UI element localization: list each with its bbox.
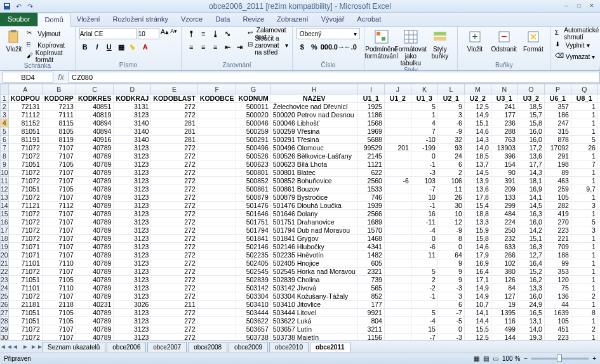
- cell[interactable]: 500291 Třesina: [270, 136, 357, 144]
- cell[interactable]: 3123: [114, 152, 151, 160]
- increase-font-icon[interactable]: A▴: [161, 28, 169, 39]
- cell[interactable]: 502839: [236, 276, 270, 284]
- cell[interactable]: 1568: [357, 119, 384, 127]
- cell[interactable]: 71072: [8, 152, 42, 160]
- cell[interactable]: 500852 Bohuňovice: [270, 177, 357, 185]
- cell[interactable]: [384, 251, 411, 259]
- cell[interactable]: -1: [411, 202, 437, 210]
- cell[interactable]: 16,2: [517, 276, 544, 284]
- cell[interactable]: 209: [491, 185, 517, 193]
- cell[interactable]: 40789: [76, 276, 114, 284]
- cell[interactable]: 40851: [76, 103, 114, 111]
- cell[interactable]: 3123: [114, 292, 151, 301]
- cell[interactable]: [384, 136, 411, 144]
- cell[interactable]: 14,1: [517, 193, 544, 202]
- cell[interactable]: 739: [357, 276, 384, 284]
- cell[interactable]: 3123: [114, 325, 151, 334]
- cell[interactable]: 3123: [114, 309, 151, 317]
- zoom-out-button[interactable]: −: [524, 355, 528, 362]
- sheet-nav-2[interactable]: ►: [20, 343, 30, 350]
- select-all-corner[interactable]: [1, 84, 9, 94]
- cell[interactable]: 503622 Luká: [270, 317, 357, 325]
- cell[interactable]: 16,0: [597, 259, 600, 268]
- sheet-nav-3[interactable]: ►►: [30, 343, 41, 350]
- cell[interactable]: 10,5: [597, 218, 600, 226]
- font-color-button[interactable]: A: [140, 41, 151, 53]
- cell[interactable]: 3140: [114, 119, 151, 127]
- cell[interactable]: [197, 127, 236, 136]
- cell[interactable]: -4: [411, 226, 437, 235]
- cell[interactable]: 502146 Hlubočky: [270, 243, 357, 251]
- cell[interactable]: 99: [544, 259, 571, 268]
- align-bottom-icon[interactable]: ⭳: [210, 28, 221, 39]
- cell[interactable]: 3123: [114, 235, 151, 243]
- cell[interactable]: 272: [151, 152, 198, 160]
- cell[interactable]: 4341: [357, 243, 384, 251]
- cell[interactable]: 12,7: [517, 251, 544, 259]
- format-cells-button[interactable]: Formát: [520, 28, 547, 53]
- cell[interactable]: 223: [544, 226, 571, 235]
- row-header-4[interactable]: 4: [1, 119, 9, 127]
- cell[interactable]: 14,6: [464, 127, 491, 136]
- cell[interactable]: 10: [411, 193, 437, 202]
- cell[interactable]: 353: [544, 268, 571, 276]
- cell[interactable]: 223: [544, 334, 571, 341]
- cell[interactable]: 105: [544, 193, 571, 202]
- cell[interactable]: 127: [491, 292, 517, 301]
- cell[interactable]: 484: [491, 210, 517, 218]
- cell[interactable]: 64: [437, 251, 464, 259]
- cell[interactable]: [384, 218, 411, 226]
- cell[interactable]: 71072: [8, 226, 42, 235]
- cell[interactable]: 10,0: [597, 268, 600, 276]
- align-middle-icon[interactable]: ≡: [197, 28, 209, 39]
- view-layout-icon[interactable]: ▤: [483, 355, 489, 362]
- cell[interactable]: 40789: [76, 235, 114, 243]
- cell[interactable]: 3123: [114, 259, 151, 268]
- cell[interactable]: 211: [151, 301, 198, 309]
- cell[interactable]: 315: [544, 127, 571, 136]
- cell[interactable]: 40789: [76, 218, 114, 226]
- cell[interactable]: 5,2: [597, 292, 600, 301]
- cell[interactable]: 5: [411, 309, 437, 317]
- cell[interactable]: 16,3: [517, 210, 544, 218]
- cell[interactable]: 14,1: [464, 309, 491, 317]
- cell[interactable]: 2: [437, 169, 464, 177]
- cell[interactable]: 40789: [76, 160, 114, 169]
- cell[interactable]: [197, 251, 236, 259]
- header-cell[interactable]: U1_2: [384, 94, 411, 103]
- cell[interactable]: 501841 Grygov: [270, 235, 357, 243]
- cell[interactable]: 419: [544, 210, 571, 218]
- cell[interactable]: 3123: [114, 169, 151, 177]
- cell[interactable]: 71072: [8, 218, 42, 226]
- cell[interactable]: 503304 Kožušany-Tážaly: [270, 292, 357, 301]
- cell[interactable]: 3123: [114, 317, 151, 325]
- font-size-combo[interactable]: [138, 28, 159, 39]
- cell[interactable]: [384, 259, 411, 268]
- row-header-2[interactable]: 2: [1, 103, 9, 111]
- cell[interactable]: 11: [411, 251, 437, 259]
- number-format-combo[interactable]: Obecný▾: [297, 28, 360, 39]
- cell[interactable]: [384, 317, 411, 325]
- cell[interactable]: 272: [151, 169, 198, 177]
- row-header-19[interactable]: 19: [1, 243, 9, 251]
- cell[interactable]: 270: [544, 218, 571, 226]
- cell[interactable]: 247: [544, 119, 571, 127]
- cell[interactable]: 500496 Olomouc: [270, 144, 357, 152]
- col-header-O[interactable]: O: [517, 84, 544, 94]
- cell[interactable]: 2: [411, 276, 437, 284]
- align-top-icon[interactable]: ⭱: [185, 28, 197, 39]
- row-header-21[interactable]: 21: [1, 259, 9, 268]
- cell[interactable]: 6,3: [597, 210, 600, 218]
- cell[interactable]: 2: [571, 292, 597, 301]
- cell[interactable]: 5688: [357, 136, 384, 144]
- cell[interactable]: 7107: [42, 325, 76, 334]
- header-cell[interactable]: KODPOU: [8, 94, 42, 103]
- cell[interactable]: 501476: [236, 202, 270, 210]
- header-cell[interactable]: U8_1: [571, 94, 597, 103]
- cell[interactable]: 259: [544, 185, 571, 193]
- cell[interactable]: 71051: [8, 160, 42, 169]
- cell[interactable]: 17,2: [517, 144, 544, 152]
- cell[interactable]: 7107: [42, 169, 76, 177]
- cell[interactable]: 71071: [8, 251, 42, 259]
- orientation-icon[interactable]: ⤡: [222, 28, 233, 39]
